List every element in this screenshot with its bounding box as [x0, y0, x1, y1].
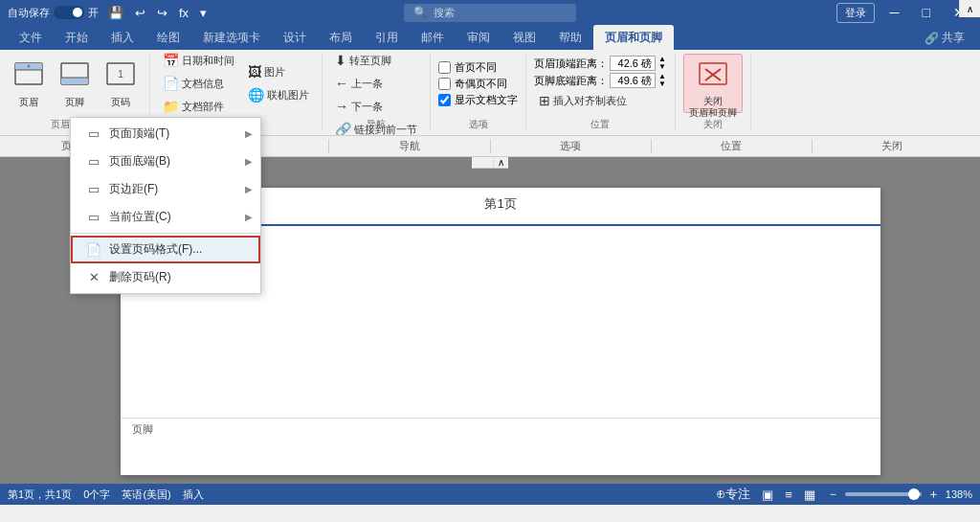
- diff-odd-input[interactable]: [438, 78, 451, 90]
- tab-mailings[interactable]: 引用: [364, 25, 410, 50]
- diff-first-input[interactable]: [438, 61, 451, 74]
- tab-review[interactable]: 邮件: [410, 25, 456, 50]
- prev-section-icon: ←: [335, 76, 348, 91]
- footer-button[interactable]: 页脚: [54, 54, 96, 113]
- auto-save-toggle[interactable]: [54, 6, 84, 19]
- menu-item-remove[interactable]: ✕ 删除页码(R): [71, 263, 260, 291]
- doc-parts-button[interactable]: 📁 文档部件: [158, 96, 239, 117]
- group-header-footer-content: # 页眉 页脚 1: [8, 54, 142, 116]
- tab-design[interactable]: 新建选项卡: [191, 25, 272, 50]
- tab-help[interactable]: 视图: [501, 25, 547, 50]
- status-right: ⊕专注 ▣ ≡ ▦ － ＋ 138%: [714, 486, 972, 503]
- options-col: 首页不同 奇偶页不同 显示文档文字: [438, 54, 518, 113]
- tab-references[interactable]: 布局: [318, 25, 364, 50]
- save-icon-btn[interactable]: 💾: [104, 5, 127, 21]
- menu-item-current[interactable]: ▭ 当前位置(C) ▶: [71, 203, 260, 231]
- sub-group-close: 关闭: [813, 139, 972, 153]
- tab-help2[interactable]: 帮助: [547, 25, 593, 50]
- menu-item-top[interactable]: ▭ 页面顶端(T) ▶: [71, 120, 260, 148]
- zoom-level: 138%: [946, 488, 972, 500]
- menu-label-bottom: 页面底端(B): [109, 153, 170, 170]
- zoom-in-btn[interactable]: ＋: [925, 486, 942, 503]
- search-label[interactable]: 搜索: [434, 6, 455, 20]
- footer-bottom-input[interactable]: [610, 73, 656, 88]
- redo-icon-btn[interactable]: ↪: [153, 5, 171, 21]
- picture-button[interactable]: 🖼 图片: [243, 61, 314, 82]
- group-close: 关闭页眉和页脚 关闭: [676, 54, 751, 131]
- minimize-button[interactable]: ─: [882, 3, 907, 22]
- zoom-slider[interactable]: [845, 492, 922, 496]
- doc-parts-icon: 📁: [163, 99, 179, 114]
- read-mode-btn[interactable]: ≡: [783, 488, 794, 502]
- goto-footer-button[interactable]: ⬇ 转至页脚: [330, 50, 422, 71]
- zoom-out-btn[interactable]: －: [825, 486, 841, 503]
- zoom-thumb: [908, 488, 920, 500]
- doc-info-button[interactable]: 📄 文档信息: [158, 73, 239, 94]
- share-icon: 🔗: [924, 32, 939, 45]
- footer-icon: [59, 61, 90, 93]
- menu-divider: [71, 233, 260, 234]
- more-icon-btn[interactable]: ▾: [196, 5, 211, 21]
- menu-icon-current: ▭: [86, 210, 101, 224]
- sub-group-navigation: 导航: [329, 139, 490, 153]
- goto-footer-label: 转至页脚: [349, 54, 391, 68]
- group-insert-content: 📅 日期和时间 📄 文档信息 📁 文档部件 🖼 图片 🌐: [158, 54, 314, 116]
- tab-header-footer[interactable]: 页眉和页脚: [593, 25, 674, 50]
- tab-home[interactable]: 开始: [54, 25, 100, 50]
- title-right: 登录 ─ □ ✕: [836, 3, 972, 23]
- toolbar-icons: 💾 ↩ ↪ fx ▾: [104, 5, 211, 21]
- header-top-field: 页眉顶端距离： ▲ ▼: [534, 56, 667, 71]
- tab-view[interactable]: 审阅: [456, 25, 501, 50]
- close-header-footer-button[interactable]: 关闭页眉和页脚: [683, 54, 743, 113]
- web-layout-btn[interactable]: ▦: [802, 488, 817, 502]
- auto-save-area: 自动保存 开: [8, 6, 99, 20]
- header-top-down[interactable]: ▼: [657, 63, 667, 71]
- menu-arrow-top: ▶: [245, 128, 253, 139]
- footer-bottom-down[interactable]: ▼: [657, 80, 667, 88]
- footer-bottom-field: 页脚底端距离： ▲ ▼: [534, 73, 667, 88]
- insert-tab-button[interactable]: ⊞ 插入对齐制表位: [534, 90, 667, 111]
- next-section-button[interactable]: → 下一条: [330, 96, 422, 117]
- prev-section-button[interactable]: ← 上一条: [330, 73, 422, 94]
- diff-first-check[interactable]: 首页不同: [438, 60, 518, 75]
- formula-icon-btn[interactable]: fx: [175, 5, 192, 21]
- tab-insert[interactable]: 插入: [100, 25, 145, 50]
- title-center: 🔍 搜索: [404, 4, 576, 22]
- tab-file[interactable]: 文件: [8, 25, 54, 50]
- share-button[interactable]: 🔗 共享: [917, 26, 972, 50]
- menu-item-margin[interactable]: ▭ 页边距(F) ▶: [71, 175, 260, 203]
- link-prev-icon: 🔗: [335, 122, 351, 136]
- online-pic-button[interactable]: 🌐 联机图片: [243, 84, 314, 105]
- horizontal-ruler: 1 2 3 4 5 6 7 8 9 10 11 12 13 14 15 16 1…: [472, 157, 508, 169]
- login-button[interactable]: 登录: [836, 3, 875, 23]
- tab-layout[interactable]: 设计: [272, 25, 318, 50]
- dropdown-menu: ▭ 页面顶端(T) ▶ ▭ 页面底端(B) ▶ ▭ 页边距(F) ▶ ▭ 当前位…: [70, 117, 261, 294]
- header-button[interactable]: # 页眉: [8, 54, 50, 113]
- show-doc-text-check[interactable]: 显示文档文字: [438, 93, 518, 107]
- next-section-icon: →: [335, 99, 348, 114]
- menu-label-remove: 删除页码(R): [109, 269, 171, 285]
- group-nav-label: 导航: [367, 116, 386, 131]
- collapse-ribbon-btn[interactable]: ∧: [493, 157, 508, 168]
- restore-button[interactable]: □: [915, 3, 938, 22]
- diff-odd-check[interactable]: 奇偶页不同: [438, 77, 518, 91]
- date-time-button[interactable]: 📅 日期和时间: [158, 50, 239, 71]
- focus-button[interactable]: ⊕专注: [714, 486, 752, 503]
- menu-arrow-bottom: ▶: [245, 156, 253, 167]
- menu-label-current: 当前位置(C): [109, 209, 171, 225]
- header-top-input[interactable]: [610, 56, 656, 71]
- print-layout-btn[interactable]: ▣: [760, 488, 775, 502]
- page-number-button[interactable]: 1 页码: [100, 54, 142, 113]
- menu-icon-margin: ▭: [86, 182, 101, 196]
- insert-col2: 🖼 图片 🌐 联机图片: [243, 54, 314, 113]
- tab-draw[interactable]: 绘图: [145, 25, 191, 50]
- undo-icon-btn[interactable]: ↩: [131, 5, 149, 21]
- menu-item-format[interactable]: 📄 设置页码格式(F)...: [71, 236, 260, 263]
- show-doc-text-input[interactable]: [438, 94, 451, 106]
- group-options-label: 选项: [469, 116, 488, 131]
- picture-icon: 🖼: [248, 64, 261, 79]
- menu-item-bottom[interactable]: ▭ 页面底端(B) ▶: [71, 148, 260, 175]
- insert-tab-label: 插入对齐制表位: [553, 94, 627, 108]
- header-label: 页眉: [19, 97, 38, 108]
- footer-bottom-arrows: ▲ ▼: [657, 73, 667, 88]
